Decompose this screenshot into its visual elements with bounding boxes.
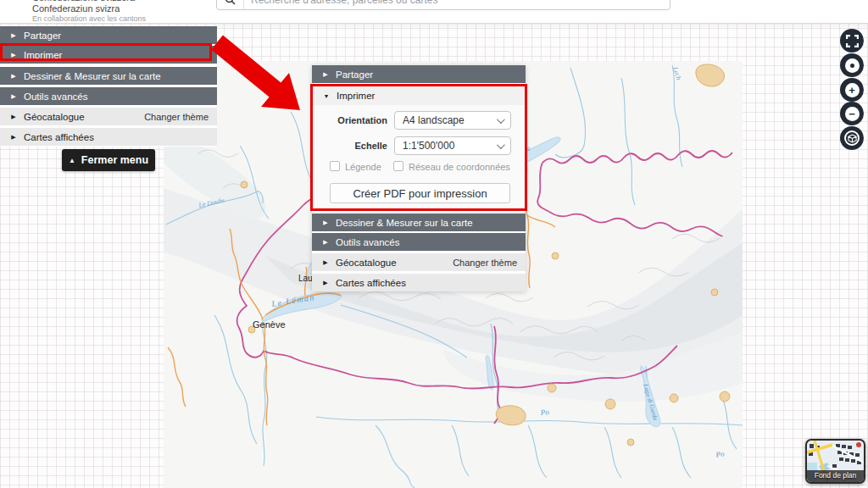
panel-item-label: Partager [336, 69, 373, 80]
sidebar-item-label: Géocatalogue [24, 112, 85, 122]
changer-theme-link[interactable]: Changer thème [144, 112, 209, 122]
orientation-select[interactable]: A4 landscape [394, 111, 511, 130]
basemap-label: Fond de plan [807, 471, 864, 480]
triangle-right-icon: ▶ [7, 73, 20, 80]
legend-checkbox[interactable] [330, 161, 340, 171]
map-label-po2: Po [715, 449, 726, 459]
panel-item-geocatalogue[interactable]: ▶ Géocatalogue Changer thème [312, 253, 526, 271]
confederation-logo-text: Confederazione svizzera Confederaziun sv… [32, 0, 146, 24]
changer-theme-link[interactable]: Changer thème [453, 258, 517, 268]
chevron-down-icon [497, 141, 505, 149]
zoom-in-icon: + [845, 83, 860, 97]
geolocate-button[interactable] [840, 53, 864, 77]
logo-line: Confederaziun svizra [32, 3, 146, 14]
panel-item-imprimer-expanded[interactable]: ▼ Imprimer [313, 86, 525, 105]
legend-checkbox-label: Légende [345, 162, 381, 172]
panel-item-outils[interactable]: ▶ Outils avancés [312, 233, 526, 251]
panel-item-label: Outils avancés [336, 237, 399, 247]
search-icon[interactable] [217, 0, 244, 9]
triangle-right-icon: ▶ [319, 280, 332, 286]
panel-item-label: Cartes affichées [336, 278, 406, 288]
cube-3d-icon [844, 130, 860, 146]
panel-item-label: Géocatalogue [336, 258, 397, 268]
panel-item-label: Imprimer [337, 91, 375, 101]
create-pdf-button[interactable]: Créer PDF pour impression [330, 183, 510, 203]
print-form: Orientation A4 landscape Echelle 1:1'500… [313, 105, 525, 208]
top-header: Confederazione svizzera Confederaziun sv… [0, 0, 868, 24]
close-menu-label: Fermer menu [81, 154, 148, 166]
panel-item-partager[interactable]: ▶ Partager [312, 65, 526, 83]
triangle-right-icon: ▶ [7, 134, 20, 141]
orientation-label: Orientation [313, 115, 387, 125]
triangle-right-icon: ▶ [319, 259, 332, 266]
city-milano [496, 406, 526, 425]
search-bar[interactable] [216, 0, 670, 10]
fullscreen-icon [846, 35, 859, 47]
panel-item-dessiner[interactable]: ▶ Dessiner & Mesurer sur la carte [312, 214, 526, 231]
tools-panel: ▶ Partager ▼ Imprimer Orientation A4 lan… [312, 65, 526, 291]
panel-item-label: Dessiner & Mesurer sur la carte [336, 218, 473, 228]
sidebar-menu: ▶ Partager ▶ Imprimer ▶ Dessiner & Mesur… [0, 25, 217, 147]
triangle-right-icon: ▶ [7, 93, 20, 100]
chevron-down-icon [497, 115, 505, 124]
zoom-out-icon: − [845, 107, 860, 121]
sidebar-item-label: Imprimer [24, 50, 62, 60]
panel-item-cartes-affichees[interactable]: ▶ Cartes affichées [312, 274, 526, 291]
triangle-right-icon: ▶ [319, 219, 332, 226]
map-label-po: Po [539, 408, 549, 417]
sidebar-item-label: Cartes affichées [24, 132, 94, 142]
close-menu-button[interactable]: ▲ Fermer menu [62, 149, 155, 171]
print-section-highlighted: ▼ Imprimer Orientation A4 landscape Eche… [310, 84, 527, 211]
sidebar-item-imprimer[interactable]: ▶ Imprimer [0, 46, 217, 64]
sidebar-item-cartes-affichees[interactable]: ▶ Cartes affichées [0, 128, 217, 146]
sidebar-item-label: Partager [24, 30, 61, 41]
triangle-up-icon: ▲ [69, 157, 75, 164]
sidebar-item-partager[interactable]: ▶ Partager [0, 26, 217, 44]
sidebar-item-label: Outils avancés [24, 92, 87, 102]
coordinate-grid-checkbox-label: Réseau de coordonnées [409, 162, 510, 172]
toggle-3d-button[interactable] [840, 126, 864, 150]
logo-subline: En collaboration avec les cantons [32, 14, 146, 23]
scale-label: Echelle [313, 141, 387, 151]
orientation-value: A4 landscape [403, 114, 497, 126]
triangle-right-icon: ▶ [7, 114, 20, 120]
scale-value: 1:1'500'000 [403, 140, 497, 152]
triangle-down-icon: ▼ [320, 93, 333, 99]
sidebar-item-label: Dessiner & Mesurer sur la carte [24, 71, 161, 81]
search-input[interactable] [244, 0, 670, 9]
triangle-right-icon: ▶ [7, 52, 20, 58]
triangle-right-icon: ▶ [7, 32, 20, 39]
geolocate-icon [845, 58, 860, 73]
zoom-in-button[interactable]: + [840, 78, 864, 102]
triangle-right-icon: ▶ [319, 239, 332, 246]
sidebar-item-dessiner[interactable]: ▶ Dessiner & Mesurer sur la carte [0, 67, 217, 85]
sidebar-item-outils[interactable]: ▶ Outils avancés [0, 87, 217, 105]
zoom-out-button[interactable]: − [840, 102, 864, 125]
map-label-geneva: Genève [253, 319, 286, 330]
sidebar-item-geocatalogue[interactable]: ▶ Géocatalogue Changer thème [0, 108, 217, 125]
fullscreen-button[interactable] [840, 29, 864, 53]
basemap-thumbnail: Fond de plan [807, 441, 864, 482]
scale-select[interactable]: 1:1'500'000 [394, 136, 511, 155]
basemap-selector[interactable]: Fond de plan [805, 439, 865, 484]
coordinate-grid-checkbox[interactable] [393, 161, 403, 171]
triangle-right-icon: ▶ [319, 71, 332, 78]
